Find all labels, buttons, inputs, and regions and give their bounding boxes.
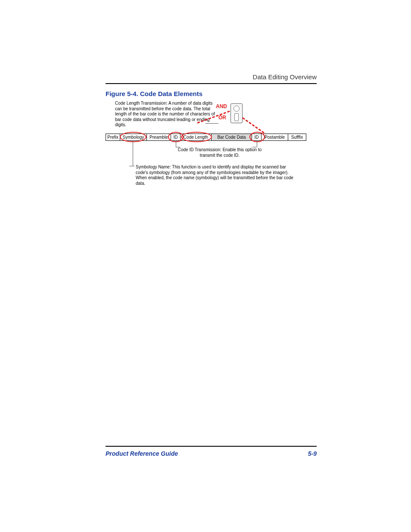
code-data-elements-diagram: Code Length Transmission: A number of da… [106, 101, 317, 191]
segment-row: Prefix Symbology Preamble ID Code Length… [106, 134, 317, 141]
figure-title: Figure 5-4. Code Data Elements [106, 90, 317, 97]
seg-bar-code-data: Bar Code Data [212, 134, 252, 141]
footer-page-number: 5-9 [308, 450, 317, 457]
scan-beam-icon [242, 117, 268, 136]
footer-left: Product Reference Guide [106, 450, 178, 457]
leader-line [133, 141, 133, 166]
leader-line [257, 141, 257, 147]
seg-preamble: Preamble [147, 134, 171, 141]
seg-prefix: Prefix [106, 134, 120, 141]
label-and: AND [216, 103, 227, 109]
scanner-icon [230, 103, 243, 123]
callout-symbology: Symbology Name: This function is used to… [136, 165, 299, 186]
leader-line [176, 141, 176, 147]
page-footer: Product Reference Guide 5-9 [106, 446, 317, 457]
callout-code-length: Code Length Transmission: A number of da… [115, 101, 216, 128]
page-content: Data Editing Overview Figure 5-4. Code D… [106, 73, 317, 191]
scanner-lens-icon [234, 106, 240, 112]
seg-symbology: Symbology [120, 134, 147, 141]
seg-id-right: ID [252, 134, 262, 141]
callout-code-id: Code ID Transmission: Enable this option… [177, 147, 263, 158]
seg-suffix: Sufffix [288, 134, 306, 141]
running-head: Data Editing Overview [106, 73, 317, 84]
scanner-body-icon [234, 113, 239, 121]
leader-line [129, 166, 134, 166]
seg-postamble: Postamble [262, 134, 288, 141]
seg-id-left: ID [171, 134, 181, 141]
seg-code-length: Code Length [181, 134, 212, 141]
leader-line [206, 123, 218, 124]
footer-rule [106, 446, 317, 447]
